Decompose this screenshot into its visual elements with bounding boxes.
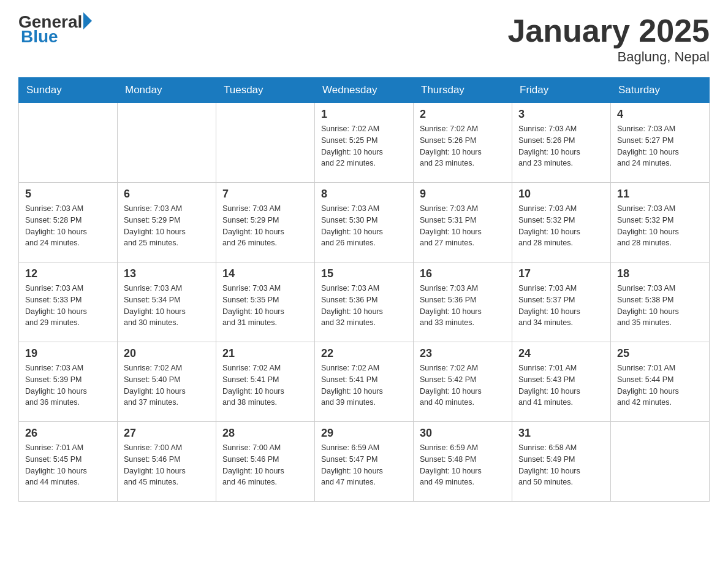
day-info: Sunrise: 7:00 AMSunset: 5:46 PMDaylight:…	[124, 442, 210, 488]
day-number: 31	[518, 427, 604, 440]
weekday-header-saturday: Saturday	[611, 78, 710, 103]
day-number: 20	[124, 347, 210, 360]
day-number: 22	[321, 347, 407, 360]
page-subtitle: Baglung, Nepal	[507, 49, 710, 65]
day-number: 25	[617, 347, 703, 360]
calendar-day-5: 5Sunrise: 7:03 AMSunset: 5:28 PMDaylight…	[19, 183, 118, 262]
day-number: 1	[321, 108, 407, 121]
day-number: 29	[321, 427, 407, 440]
calendar-week-row: 1Sunrise: 7:02 AMSunset: 5:25 PMDaylight…	[19, 103, 710, 183]
day-number: 27	[124, 427, 210, 440]
day-number: 26	[25, 427, 111, 440]
calendar-week-row: 19Sunrise: 7:03 AMSunset: 5:39 PMDayligh…	[19, 342, 710, 422]
calendar-day-15: 15Sunrise: 7:03 AMSunset: 5:36 PMDayligh…	[315, 262, 414, 342]
day-info: Sunrise: 7:03 AMSunset: 5:26 PMDaylight:…	[518, 123, 604, 169]
day-info: Sunrise: 6:58 AMSunset: 5:49 PMDaylight:…	[518, 442, 604, 488]
calendar-day-1: 1Sunrise: 7:02 AMSunset: 5:25 PMDaylight…	[315, 103, 414, 183]
day-info: Sunrise: 7:01 AMSunset: 5:43 PMDaylight:…	[518, 362, 604, 408]
day-number: 24	[518, 347, 604, 360]
weekday-header-monday: Monday	[118, 78, 216, 103]
calendar-day-25: 25Sunrise: 7:01 AMSunset: 5:44 PMDayligh…	[611, 342, 710, 422]
calendar-day-10: 10Sunrise: 7:03 AMSunset: 5:32 PMDayligh…	[512, 183, 611, 262]
day-number: 6	[124, 188, 210, 201]
calendar-day-23: 23Sunrise: 7:02 AMSunset: 5:42 PMDayligh…	[414, 342, 512, 422]
day-info: Sunrise: 7:02 AMSunset: 5:42 PMDaylight:…	[420, 362, 506, 408]
day-info: Sunrise: 7:03 AMSunset: 5:38 PMDaylight:…	[617, 283, 703, 329]
calendar-empty-cell	[19, 103, 118, 183]
day-info: Sunrise: 7:03 AMSunset: 5:35 PMDaylight:…	[222, 283, 308, 329]
day-number: 7	[222, 188, 308, 201]
day-info: Sunrise: 7:02 AMSunset: 5:25 PMDaylight:…	[321, 123, 407, 169]
day-number: 16	[420, 267, 506, 280]
day-number: 9	[420, 188, 506, 201]
day-info: Sunrise: 6:59 AMSunset: 5:48 PMDaylight:…	[420, 442, 506, 488]
calendar-day-16: 16Sunrise: 7:03 AMSunset: 5:36 PMDayligh…	[414, 262, 512, 342]
day-number: 17	[518, 267, 604, 280]
day-number: 10	[518, 188, 604, 201]
day-info: Sunrise: 7:03 AMSunset: 5:29 PMDaylight:…	[124, 203, 210, 249]
day-info: Sunrise: 7:03 AMSunset: 5:32 PMDaylight:…	[617, 203, 703, 249]
weekday-header-thursday: Thursday	[414, 78, 512, 103]
day-number: 4	[617, 108, 703, 121]
calendar-day-27: 27Sunrise: 7:00 AMSunset: 5:46 PMDayligh…	[118, 422, 216, 502]
calendar-day-13: 13Sunrise: 7:03 AMSunset: 5:34 PMDayligh…	[118, 262, 216, 342]
calendar-day-7: 7Sunrise: 7:03 AMSunset: 5:29 PMDaylight…	[216, 183, 315, 262]
calendar-day-3: 3Sunrise: 7:03 AMSunset: 5:26 PMDaylight…	[512, 103, 611, 183]
day-info: Sunrise: 7:03 AMSunset: 5:36 PMDaylight:…	[420, 283, 506, 329]
day-number: 23	[420, 347, 506, 360]
calendar-day-12: 12Sunrise: 7:03 AMSunset: 5:33 PMDayligh…	[19, 262, 118, 342]
day-number: 13	[124, 267, 210, 280]
day-info: Sunrise: 7:03 AMSunset: 5:39 PMDaylight:…	[25, 362, 111, 408]
day-number: 12	[25, 267, 111, 280]
day-info: Sunrise: 7:03 AMSunset: 5:30 PMDaylight:…	[321, 203, 407, 249]
calendar-week-row: 26Sunrise: 7:01 AMSunset: 5:45 PMDayligh…	[19, 422, 710, 502]
calendar-day-8: 8Sunrise: 7:03 AMSunset: 5:30 PMDaylight…	[315, 183, 414, 262]
day-number: 15	[321, 267, 407, 280]
day-number: 21	[222, 347, 308, 360]
calendar-day-31: 31Sunrise: 6:58 AMSunset: 5:49 PMDayligh…	[512, 422, 611, 502]
day-info: Sunrise: 7:03 AMSunset: 5:32 PMDaylight:…	[518, 203, 604, 249]
logo-blue-text: Blue	[21, 27, 58, 47]
calendar-day-22: 22Sunrise: 7:02 AMSunset: 5:41 PMDayligh…	[315, 342, 414, 422]
calendar-day-30: 30Sunrise: 6:59 AMSunset: 5:48 PMDayligh…	[414, 422, 512, 502]
calendar-day-18: 18Sunrise: 7:03 AMSunset: 5:38 PMDayligh…	[611, 262, 710, 342]
calendar-day-11: 11Sunrise: 7:03 AMSunset: 5:32 PMDayligh…	[611, 183, 710, 262]
day-info: Sunrise: 7:01 AMSunset: 5:44 PMDaylight:…	[617, 362, 703, 408]
weekday-header-wednesday: Wednesday	[315, 78, 414, 103]
calendar-week-row: 12Sunrise: 7:03 AMSunset: 5:33 PMDayligh…	[19, 262, 710, 342]
calendar-day-4: 4Sunrise: 7:03 AMSunset: 5:27 PMDaylight…	[611, 103, 710, 183]
calendar-header-row: SundayMondayTuesdayWednesdayThursdayFrid…	[19, 78, 710, 103]
day-info: Sunrise: 7:03 AMSunset: 5:37 PMDaylight:…	[518, 283, 604, 329]
day-info: Sunrise: 7:02 AMSunset: 5:41 PMDaylight:…	[222, 362, 308, 408]
day-number: 11	[617, 188, 703, 201]
title-section: January 2025 Baglung, Nepal	[507, 12, 710, 65]
day-info: Sunrise: 7:01 AMSunset: 5:45 PMDaylight:…	[25, 442, 111, 488]
calendar-empty-cell	[118, 103, 216, 183]
day-info: Sunrise: 7:03 AMSunset: 5:28 PMDaylight:…	[25, 203, 111, 249]
weekday-header-sunday: Sunday	[19, 78, 118, 103]
calendar-day-29: 29Sunrise: 6:59 AMSunset: 5:47 PMDayligh…	[315, 422, 414, 502]
calendar-day-24: 24Sunrise: 7:01 AMSunset: 5:43 PMDayligh…	[512, 342, 611, 422]
calendar-day-20: 20Sunrise: 7:02 AMSunset: 5:40 PMDayligh…	[118, 342, 216, 422]
calendar-day-9: 9Sunrise: 7:03 AMSunset: 5:31 PMDaylight…	[414, 183, 512, 262]
page-title: January 2025	[507, 12, 710, 49]
day-info: Sunrise: 7:02 AMSunset: 5:40 PMDaylight:…	[124, 362, 210, 408]
day-info: Sunrise: 7:00 AMSunset: 5:46 PMDaylight:…	[222, 442, 308, 488]
calendar-empty-cell	[216, 103, 315, 183]
day-info: Sunrise: 7:02 AMSunset: 5:26 PMDaylight:…	[420, 123, 506, 169]
weekday-header-tuesday: Tuesday	[216, 78, 315, 103]
day-number: 8	[321, 188, 407, 201]
day-number: 5	[25, 188, 111, 201]
day-info: Sunrise: 7:03 AMSunset: 5:36 PMDaylight:…	[321, 283, 407, 329]
calendar-day-2: 2Sunrise: 7:02 AMSunset: 5:26 PMDaylight…	[414, 103, 512, 183]
day-number: 3	[518, 108, 604, 121]
calendar-day-19: 19Sunrise: 7:03 AMSunset: 5:39 PMDayligh…	[19, 342, 118, 422]
calendar-day-28: 28Sunrise: 7:00 AMSunset: 5:46 PMDayligh…	[216, 422, 315, 502]
day-info: Sunrise: 7:03 AMSunset: 5:31 PMDaylight:…	[420, 203, 506, 249]
day-number: 30	[420, 427, 506, 440]
calendar-week-row: 5Sunrise: 7:03 AMSunset: 5:28 PMDaylight…	[19, 183, 710, 262]
day-info: Sunrise: 7:02 AMSunset: 5:41 PMDaylight:…	[321, 362, 407, 408]
calendar-day-14: 14Sunrise: 7:03 AMSunset: 5:35 PMDayligh…	[216, 262, 315, 342]
calendar-day-17: 17Sunrise: 7:03 AMSunset: 5:37 PMDayligh…	[512, 262, 611, 342]
day-number: 2	[420, 108, 506, 121]
